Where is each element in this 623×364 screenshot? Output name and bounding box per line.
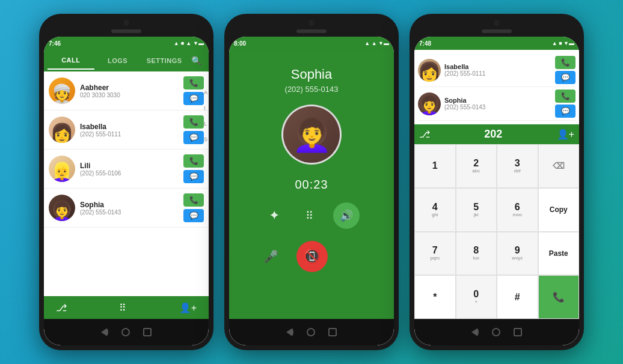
contact-item-aabheer: Aabheer 020 3030 3030 📞 💬 <box>44 71 209 111</box>
contact-info-isabella: Isabella (202) 555-0111 <box>80 123 179 138</box>
dialer-btns-isabella: 📞 💬 <box>555 56 575 84</box>
contact-num-isabella: (202) 555-0111 <box>80 131 179 138</box>
nav-recents-2[interactable] <box>328 328 337 336</box>
call-btn-isabella[interactable]: 📞 <box>183 115 204 129</box>
dialer-contact-sophia: Sophia (202) 555-0143 📞 💬 <box>418 87 575 121</box>
dialer-contact-isabella: Isabella (202) 555-0111 📞 💬 <box>418 53 575 87</box>
contact-num-lili: (202) 555-0106 <box>80 170 179 177</box>
mute-icon[interactable]: 🎤 <box>263 249 278 264</box>
key-hash[interactable]: # <box>497 275 538 319</box>
status-icons-3: ▲ ■ ▼▬ <box>552 40 574 46</box>
nav-recents-3[interactable] <box>514 328 522 336</box>
speaker-icon[interactable]: 🔊 <box>333 202 360 229</box>
dialer-info-isabella: Isabella (202) 555-0111 <box>444 63 551 77</box>
dialer-num-isabella: (202) 555-0111 <box>444 70 551 77</box>
contact-name-isabella: Isabella <box>80 123 179 131</box>
dialer-contacts: Isabella (202) 555-0111 📞 💬 Sophia (202)… <box>414 50 579 124</box>
add-contact-icon[interactable]: 👤+ <box>179 302 197 314</box>
dialer-call-btn-sophia[interactable]: 📞 <box>555 89 575 103</box>
key-6[interactable]: 6 mno <box>497 188 538 232</box>
dialer-avatar-sophia <box>418 93 441 115</box>
call-timer: 00:23 <box>295 178 328 192</box>
contact-name-sophia: Sophia <box>80 201 179 209</box>
caller-number: (202) 555-0143 <box>285 85 339 94</box>
phone-speaker-1 <box>111 29 141 33</box>
call-btn-lili[interactable]: 📞 <box>183 154 204 168</box>
msg-btn-sophia[interactable]: 💬 <box>183 209 204 222</box>
dialer-msg-btn-sophia[interactable]: 💬 <box>555 105 575 118</box>
dialer-input-row: ⎇ 202 👤+ <box>414 124 579 144</box>
dialer-call-btn-isabella[interactable]: 📞 <box>555 56 575 69</box>
nav-bar-1 <box>44 319 209 345</box>
avatar-sophia <box>49 195 75 221</box>
call-avatar: 👩‍🦱 <box>281 105 342 165</box>
phone-camera-3 <box>494 20 500 26</box>
contact-item-isabella: Isabella (202) 555-0111 📞 💬 <box>44 111 209 150</box>
call-actions: ✦ ⠿ 🔊 <box>263 202 360 229</box>
nav-home-2[interactable] <box>307 328 315 336</box>
contact-info-aabheer: Aabheer 020 3030 3030 <box>80 83 179 99</box>
key-call[interactable]: 📞 <box>538 275 580 319</box>
call-btn-sophia[interactable]: 📞 <box>183 193 204 207</box>
phone-camera-1 <box>123 20 129 26</box>
key-star[interactable]: * <box>414 275 456 319</box>
call-end-row: 🎤 📵 <box>263 241 360 272</box>
bluetooth-icon[interactable]: ✦ <box>263 205 285 226</box>
dialer-msg-btn-isabella[interactable]: 💬 <box>555 71 575 84</box>
dialer-avatar-isabella <box>418 59 441 82</box>
tab-logs[interactable]: LOGS <box>94 52 141 69</box>
key-8[interactable]: 8 tuv <box>456 232 497 276</box>
status-time-1: 7:46 <box>49 40 61 47</box>
app-bottom-bar-1: ⎇ ⠿ 👤+ <box>44 296 209 319</box>
contact-list: Aabheer 020 3030 3030 📞 💬 Isabella (202)… <box>44 71 209 296</box>
add-contact-icon-dialer[interactable]: 👤+ <box>557 129 574 140</box>
tab-settings[interactable]: SETTINGS <box>141 52 188 69</box>
contact-num-sophia: (202) 555-0143 <box>80 209 179 216</box>
contact-num-aabheer: 020 3030 3030 <box>80 92 179 99</box>
contact-item-sophia: Sophia (202) 555-0143 📞 💬 <box>44 189 209 228</box>
dialpad-icon-call[interactable]: ⠿ <box>298 205 320 226</box>
key-backspace[interactable]: ⌫ <box>538 144 580 188</box>
key-copy[interactable]: Copy <box>538 188 580 232</box>
dialpad-icon[interactable]: ⠿ <box>119 302 126 314</box>
msg-btn-isabella[interactable]: 💬 <box>183 131 204 144</box>
phone-1: 7:46 ▲■▲▼▬ CALL LOGS SETTINGS 🔍 Aabheer … <box>39 14 213 350</box>
key-1[interactable]: 1 <box>414 144 456 188</box>
dialer-info-sophia: Sophia (202) 555-0143 <box>444 97 551 111</box>
tab-call[interactable]: CALL <box>48 52 94 70</box>
phone-2: 8:00 ▲ ▲ ▼▬ Sophia (202) 555-0143 👩‍🦱 00… <box>224 14 399 350</box>
nav-home-1[interactable] <box>121 328 130 336</box>
key-0[interactable]: 0 + <box>456 275 497 319</box>
phone-screen-2: 8:00 ▲ ▲ ▼▬ Sophia (202) 555-0143 👩‍🦱 00… <box>229 37 394 345</box>
key-2[interactable]: 2 abc <box>456 144 497 188</box>
nav-back-2[interactable] <box>286 327 293 337</box>
phone-speaker-2 <box>296 29 327 33</box>
status-bar-1: 7:46 ▲■▲▼▬ <box>44 37 209 50</box>
phone-camera-2 <box>308 20 315 26</box>
action-btns-lili: 📞 💬 <box>183 154 204 183</box>
share-icon-dialer[interactable]: ⎇ <box>419 129 430 140</box>
dialer-name-sophia: Sophia <box>444 97 551 104</box>
share-icon-bottom[interactable]: ⎇ <box>56 302 67 314</box>
end-call-button[interactable]: 📵 <box>296 241 328 272</box>
key-5[interactable]: 5 jkl <box>456 188 497 232</box>
search-icon[interactable]: 🔍 <box>188 53 205 68</box>
nav-back-1[interactable] <box>101 327 108 337</box>
msg-btn-lili[interactable]: 💬 <box>183 170 204 183</box>
status-bar-2: 8:00 ▲ ▲ ▼▬ <box>229 37 394 50</box>
phone-screen-3: 7:48 ▲ ■ ▼▬ Isabella (202) 555-0111 📞 💬 <box>414 37 579 345</box>
call-btn-aabheer[interactable]: 📞 <box>183 76 204 89</box>
key-9[interactable]: 9 wxyz <box>497 232 538 276</box>
key-4[interactable]: 4 ghi <box>414 188 456 232</box>
status-icons-1: ▲■▲▼▬ <box>174 40 204 46</box>
nav-back-3[interactable] <box>471 327 479 337</box>
dial-input-field[interactable]: 202 <box>434 128 553 141</box>
status-time-3: 7:48 <box>419 40 431 47</box>
key-paste[interactable]: Paste <box>538 232 580 276</box>
nav-home-3[interactable] <box>492 328 500 336</box>
nav-recents-1[interactable] <box>143 328 152 336</box>
key-7[interactable]: 7 pqrs <box>414 232 456 276</box>
app-tabs-1: CALL LOGS SETTINGS 🔍 <box>44 50 209 71</box>
msg-btn-aabheer[interactable]: 💬 <box>183 92 204 105</box>
key-3[interactable]: 3 def <box>497 144 538 188</box>
